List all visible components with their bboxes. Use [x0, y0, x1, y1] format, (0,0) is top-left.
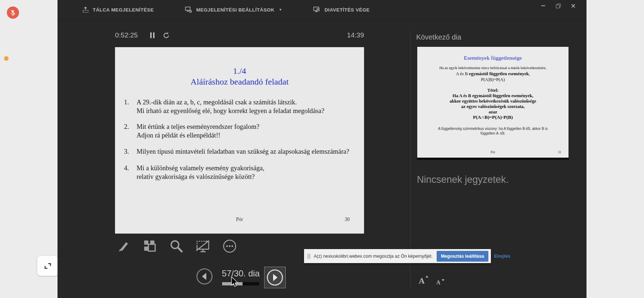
next-icon: [266, 269, 284, 286]
end-slideshow-icon: [313, 6, 321, 13]
expand-button[interactable]: [37, 256, 58, 276]
preview-line: A és B egymástól független események,: [417, 71, 569, 77]
more-options-icon: [222, 239, 237, 254]
preview-line: Ha az egyik bekövetkezése nincs befolyás…: [417, 66, 569, 70]
preview-footer-author: Pór: [417, 150, 569, 154]
list-line: Mi írható az egyenlőség elé, hogy korrek…: [137, 107, 324, 115]
see-all-slides-icon: [142, 239, 157, 254]
stop-sharing-button[interactable]: Megosztás leállítása: [437, 251, 488, 262]
more-options-button[interactable]: [222, 238, 238, 254]
slide-counter: 57/30. dia: [215, 268, 267, 279]
previous-slide-button[interactable]: [196, 268, 213, 285]
next-slide-preview: Események függetlensége Ha az egyik bekö…: [417, 46, 569, 160]
minimize-icon: [541, 5, 545, 6]
slide-footer-author: Pór: [115, 217, 364, 222]
preview-note: független A -től.: [417, 131, 569, 135]
list-number: 4.: [124, 164, 133, 181]
chevron-down-icon: ▼: [279, 8, 282, 12]
notes-font-controls: A A: [418, 276, 443, 286]
preview-note: A függetlenség szimmetrikus viszony: ha …: [417, 127, 569, 131]
restore-button[interactable]: [555, 2, 561, 9]
hide-notification-button[interactable]: Elrejtés: [492, 253, 512, 259]
show-taskbar-button[interactable]: TÁLCA MEGJELENÍTÉSE: [80, 6, 156, 14]
slide-list-item-2: 2. Mit értünk a teljes eseményrendszer f…: [124, 122, 259, 140]
display-settings-icon: [185, 6, 193, 13]
pause-icon: [150, 32, 155, 39]
preview-formula: P(A|B)=P(A): [417, 77, 569, 82]
see-all-slides-button[interactable]: [142, 238, 158, 254]
font-decrease-icon: A: [436, 279, 441, 285]
show-taskbar-label: TÁLCA MEGJELENÍTÉSE: [93, 7, 154, 13]
restore-icon: [556, 4, 561, 8]
black-screen-button[interactable]: [195, 238, 211, 254]
list-line: Mit értünk a teljes eseményrendszer foga…: [137, 122, 259, 131]
next-slide-heading: Következő dia: [416, 33, 461, 41]
next-slide-button[interactable]: [266, 269, 284, 286]
screen-share-notification: A(z) nexiuskolibri.webex.com megosztja a…: [304, 249, 491, 263]
preview-title: Események függetlensége: [417, 55, 569, 61]
list-number: 3.: [124, 147, 133, 156]
list-line: Mi a különbség valamely esemény gyakoris…: [137, 164, 264, 172]
status-dot: [4, 56, 9, 61]
preview-line: az egyes valószínűségek szorzata,: [417, 104, 569, 109]
list-number: 2.: [124, 122, 133, 140]
list-number: 1.: [124, 98, 133, 115]
window-controls: ×: [540, 1, 576, 10]
drag-handle-icon[interactable]: [308, 254, 310, 259]
slide-title-line2: Aláíráshoz beadandó feladat: [115, 77, 364, 87]
preview-line: akkor együttes bekövetkezésük valószínűs…: [417, 99, 569, 104]
mute-indicator[interactable]: [7, 6, 19, 19]
slide-page-number: 30: [345, 217, 350, 222]
pen-icon: [116, 239, 130, 253]
notes-placeholder: Nincsenek jegyzetek.: [417, 174, 509, 185]
current-slide: 1./4 Aláíráshoz beadandó feladat 1. A 29…: [115, 47, 364, 234]
close-button[interactable]: ×: [570, 2, 576, 9]
end-slideshow-button[interactable]: DIAVETÍTÉS VÉGE: [311, 6, 372, 14]
mouse-cursor: [231, 276, 240, 287]
font-increase-icon: A: [419, 276, 425, 285]
font-decrease-button[interactable]: A: [436, 279, 443, 286]
restart-timer-button[interactable]: [163, 32, 170, 39]
microphone-muted-icon: [9, 9, 17, 16]
elapsed-timer: 0:52:25: [115, 31, 138, 39]
prev-icon: [196, 268, 213, 285]
restart-timer-icon: [163, 32, 170, 39]
toolbar-divider: [58, 21, 586, 21]
screen-share-message: A(z) nexiuskolibri.webex.com megosztja a…: [314, 254, 433, 259]
minimize-button[interactable]: [540, 2, 546, 9]
black-screen-icon: [196, 239, 211, 254]
annotation-toolbar: [115, 238, 238, 254]
presenter-toolbar: TÁLCA MEGJELENÍTÉSE MEGJELENÍTÉSI BEÁLLÍ…: [80, 6, 372, 14]
timer-row: 0:52:25 14:39: [115, 30, 364, 40]
zoom-icon: [169, 239, 184, 254]
slide-list-item-1: 1. A 29.-dik dián az a, b, c, megoldásál…: [124, 98, 324, 115]
slide-progress-bar: [222, 282, 259, 285]
preview-formula: P(A∩B)=P(A)·P(B): [417, 114, 569, 120]
slide-list-item-3: 3. Milyen típusú mintavételi feladatban …: [124, 147, 349, 156]
slide-list-item-4: 4. Mi a különbség valamely esemény gyako…: [124, 164, 264, 181]
preview-page-number: 31: [558, 150, 562, 154]
clock: 14:39: [347, 31, 364, 39]
pause-timer-button[interactable]: [150, 32, 155, 39]
next-slide-button-focus-ring: [264, 267, 286, 288]
preview-line: Ha A és B egymástól független események,: [417, 93, 569, 99]
list-line: Milyen típusú mintavételi feladatban van…: [137, 147, 349, 156]
show-taskbar-icon: [82, 6, 89, 13]
font-increase-button[interactable]: A: [418, 276, 428, 286]
zoom-into-slide-button[interactable]: [169, 238, 184, 254]
close-icon: ×: [570, 3, 576, 9]
display-settings-button[interactable]: MEGJELENÍTÉSI BEÁLLÍTÁSOK ▼: [183, 6, 284, 14]
slide-title-line1: 1./4: [115, 66, 364, 76]
display-settings-label: MEGJELENÍTÉSI BEÁLLÍTÁSOK: [196, 7, 275, 13]
pen-tools-button[interactable]: [115, 238, 131, 254]
list-line: Adjon rá példát és ellenpéldát!!: [137, 131, 259, 140]
presenter-view-window: TÁLCA MEGJELENÍTÉSE MEGJELENÍTÉSI BEÁLLÍ…: [58, 0, 586, 298]
list-line: relatív gyakorisága és valószínűsége köz…: [137, 172, 264, 181]
preview-line: azaz: [417, 109, 569, 115]
expand-icon: [43, 261, 52, 271]
list-line: A 29.-dik dián az a, b, c, megoldásál cs…: [137, 98, 324, 107]
preview-theorem-label: Tétel:: [417, 88, 569, 93]
end-slideshow-label: DIAVETÍTÉS VÉGE: [325, 7, 370, 13]
